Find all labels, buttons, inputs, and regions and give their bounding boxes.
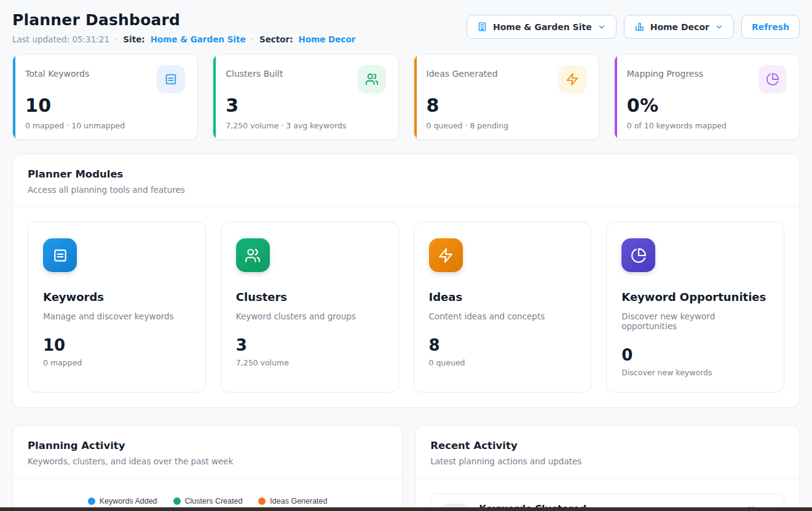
module-subtext: 0 mapped [43, 358, 191, 367]
legend-dot-green [173, 497, 181, 505]
site-selector-label: Home & Garden Site [493, 22, 592, 32]
site-selector-dropdown[interactable]: Home & Garden Site [467, 15, 617, 39]
stat-subtext: 0 mapped · 10 unmapped [25, 121, 185, 130]
meta-line: Last updated: 05:31:21 · Site: Home & Ga… [12, 34, 355, 44]
lightning-icon [558, 65, 586, 93]
note-icon [43, 238, 77, 272]
legend-dot-orange [258, 497, 266, 505]
stat-label: Mapping Progress [627, 65, 703, 79]
chevron-down-icon [715, 23, 723, 31]
toolbar: Home & Garden Site Home Decor Refresh [467, 15, 800, 39]
legend-item-ideas-generated[interactable]: Ideas Generated [258, 497, 327, 505]
planner-modules-section: Planner Modules Access all planning tool… [12, 154, 800, 408]
stat-value: 8 [427, 95, 586, 116]
sector-label: Sector: [259, 34, 293, 44]
module-description: Content ideas and concepts [429, 311, 577, 321]
site-link[interactable]: Home & Garden Site [151, 34, 246, 44]
last-updated-text: Last updated: 05:31:21 [12, 34, 109, 44]
pie-chart-icon [759, 65, 787, 93]
stat-card-clusters-built: Clusters Built 3 7,250 volume · 3 avg ke… [213, 54, 398, 140]
legend-label: Ideas Generated [270, 497, 327, 505]
sector-selector-dropdown[interactable]: Home Decor [624, 15, 734, 39]
planning-activity-card: Planning Activity Keywords, clusters, an… [12, 425, 403, 511]
section-subtitle: Latest planning actions and updates [430, 456, 784, 466]
page-header: Planner Dashboard Last updated: 05:31:21… [12, 11, 800, 44]
page-title: Planner Dashboard [12, 11, 355, 29]
stat-label: Clusters Built [226, 65, 283, 79]
sector-link[interactable]: Home Decor [299, 34, 356, 44]
header-left: Planner Dashboard Last updated: 05:31:21… [12, 11, 355, 44]
module-description: Keyword clusters and groups [236, 311, 384, 321]
stat-card-mapping-progress: Mapping Progress 0% 0 of 10 keywords map… [614, 54, 800, 140]
refresh-button[interactable]: Refresh [741, 15, 800, 39]
users-icon [358, 65, 386, 93]
stat-subtext: 0 queued · 8 pending [427, 121, 586, 130]
stat-subtext: 7,250 volume · 3 avg keywords [226, 121, 385, 130]
legend-item-keywords-added[interactable]: Keywords Added [88, 497, 157, 505]
sector-selector-label: Home Decor [650, 22, 709, 32]
legend-dot-blue [88, 497, 95, 505]
module-card-clusters[interactable]: Clusters Keyword clusters and groups 3 7… [221, 222, 399, 392]
stat-subtext: 0 of 10 keywords mapped [627, 121, 787, 130]
planner-modules-header: Planner Modules Access all planning tool… [13, 154, 799, 207]
activity-feed: Keywords Clustered 2h ago 3 new clusters… [416, 478, 799, 511]
pie-chart-icon [621, 238, 655, 272]
module-card-keyword-opportunities[interactable]: Keyword Opportunities Discover new keywo… [606, 222, 784, 392]
module-title: Keywords [43, 291, 191, 303]
module-subtext: 7,250 volume [236, 358, 384, 367]
recent-activity-card: Recent Activity Latest planning actions … [415, 425, 800, 511]
modules-grid: Keywords Manage and discover keywords 10… [13, 207, 799, 407]
planning-activity-header: Planning Activity Keywords, clusters, an… [13, 426, 402, 478]
stat-label: Ideas Generated [427, 65, 498, 79]
section-subtitle: Keywords, clusters, and ideas over the p… [28, 456, 387, 466]
meta-separator: · [115, 34, 117, 44]
stat-value: 10 [25, 95, 185, 116]
stat-value: 3 [226, 95, 385, 116]
section-title: Planner Modules [28, 168, 784, 180]
module-card-keywords[interactable]: Keywords Manage and discover keywords 10… [28, 222, 206, 392]
meta-separator: · [251, 34, 254, 44]
module-title: Clusters [236, 291, 384, 303]
module-title: Ideas [429, 291, 577, 303]
bar-chart-icon [634, 21, 645, 32]
module-card-ideas[interactable]: Ideas Content ideas and concepts 8 0 que… [414, 222, 592, 392]
stat-card-ideas-generated: Ideas Generated 8 0 queued · 8 pending [414, 54, 599, 140]
section-title: Recent Activity [430, 440, 784, 451]
stat-label: Total Keywords [25, 65, 89, 79]
legend-item-clusters-created[interactable]: Clusters Created [173, 497, 243, 505]
stat-card-total-keywords: Total Keywords 10 0 mapped · 10 unmapped [12, 54, 198, 140]
legend-label: Keywords Added [100, 497, 157, 505]
module-subtext: 0 queued [429, 358, 577, 367]
stat-value: 0% [627, 95, 787, 116]
section-title: Planning Activity [28, 440, 387, 451]
window-bottom-edge [0, 507, 812, 511]
legend-label: Clusters Created [185, 497, 243, 505]
module-value: 3 [236, 336, 384, 354]
module-value: 10 [43, 336, 191, 354]
bottom-row: Planning Activity Keywords, clusters, an… [12, 425, 800, 511]
note-icon [157, 65, 185, 93]
module-subtext: Discover new keywords [621, 368, 769, 377]
module-description: Manage and discover keywords [43, 311, 191, 321]
building-icon [477, 21, 487, 32]
recent-activity-header: Recent Activity Latest planning actions … [416, 426, 799, 478]
module-value: 8 [429, 336, 577, 354]
section-subtitle: Access all planning tools and features [28, 185, 784, 195]
module-description: Discover new keyword opportunities [621, 311, 769, 331]
module-title: Keyword Opportunities [621, 291, 769, 303]
refresh-button-label: Refresh [752, 22, 789, 32]
chart-legend: Keywords Added Clusters Created Ideas Ge… [13, 497, 402, 505]
site-label: Site: [123, 34, 144, 44]
stat-cards-row: Total Keywords 10 0 mapped · 10 unmapped… [12, 54, 800, 140]
planner-dashboard-page: Planner Dashboard Last updated: 05:31:21… [0, 0, 812, 511]
users-icon [236, 238, 270, 272]
module-value: 0 [621, 346, 769, 364]
chevron-down-icon [597, 23, 606, 31]
lightning-icon [429, 238, 463, 272]
